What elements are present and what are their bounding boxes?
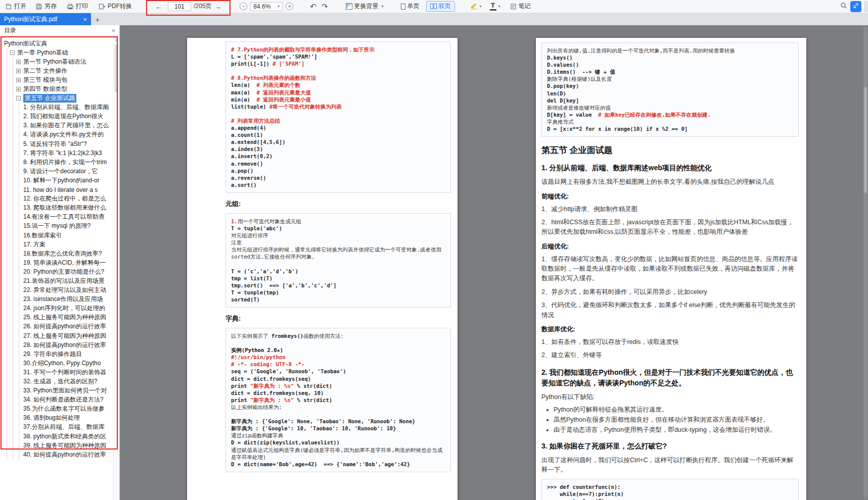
paragraph: Python有以下缺陷: bbox=[541, 392, 799, 402]
sidebar-header: 目录 × bbox=[0, 25, 119, 36]
code-section-label: 元组: bbox=[225, 199, 451, 209]
toc-question-item[interactable]: 18.数据库怎么优化查询效率? bbox=[19, 249, 113, 258]
code-line: T = tuple('abc') bbox=[231, 225, 445, 232]
expand-icon[interactable]: + bbox=[16, 60, 21, 64]
scroll-up-icon[interactable]: ▲ bbox=[114, 36, 119, 41]
toc-question-item[interactable]: 37.分别从前端、后端、数据库 bbox=[19, 423, 113, 432]
expand-icon[interactable]: + bbox=[16, 69, 21, 73]
toc-question-item[interactable]: 4. 请谈谈.pyc文件和.py文件的 bbox=[19, 130, 113, 139]
pdf-convert-button[interactable]: PDF转换 bbox=[95, 0, 135, 13]
toc-root-item[interactable]: Python面试宝典 bbox=[4, 39, 113, 48]
toc-question-item[interactable]: 23. isinstance作用以及应用场 bbox=[19, 295, 113, 304]
zoom-out-button[interactable]: − bbox=[240, 3, 247, 10]
toc-question-item[interactable]: 35.为什么函数名字可以当做参 bbox=[19, 405, 113, 414]
note-icon bbox=[510, 3, 517, 10]
search-button[interactable] bbox=[840, 2, 848, 11]
toc-question-item[interactable]: 26. 如何提高python的运行效率 bbox=[19, 322, 113, 331]
code-line: D = dict(zip(keyslist,valueslist)) bbox=[231, 439, 445, 446]
toc-question-item[interactable]: 9. 请设计一个decorator，它 bbox=[19, 167, 113, 176]
toc-question-item[interactable]: 15.说一下 mysql 的原理? bbox=[19, 222, 113, 231]
content-scrollbar-thumb[interactable] bbox=[864, 87, 867, 193]
new-tab-button[interactable]: + bbox=[91, 13, 104, 25]
pdf-page-right: 列出所有的键,值.注意得到的是一个可迭代对象,而不是列表.用的时候需要转换D.k… bbox=[536, 38, 806, 500]
toc-question-item[interactable]: 2. 我们都知道现在Python很火 bbox=[19, 112, 113, 121]
code-line: a.reverse() bbox=[231, 174, 445, 181]
toc-section-item[interactable]: +第四节 数据类型 bbox=[13, 84, 113, 93]
notes-button[interactable]: 笔记 bbox=[507, 0, 534, 13]
link-button[interactable] bbox=[850, 1, 861, 12]
toc-question-item[interactable]: 34. 如何判断是函数还是方法? bbox=[19, 395, 113, 405]
zoom-in-button[interactable]: + bbox=[286, 3, 293, 10]
collapse-icon[interactable]: - bbox=[16, 96, 21, 101]
code-line: >>> def counterfunc(n): bbox=[547, 483, 793, 490]
toc-question-item[interactable]: 19. 简单谈谈ACID, 并解释每一 bbox=[19, 258, 113, 267]
toc-question-item[interactable]: 13. 爬取这些数据都用来做什么 bbox=[19, 204, 113, 213]
toc-question-item[interactable]: 38. python新式类和经典类的区 bbox=[19, 432, 113, 441]
expand-icon[interactable]: + bbox=[16, 78, 21, 82]
code-line: 列出所有的键,值.注意得到的是一个可迭代对象,而不是列表.用的时候需要转换 bbox=[547, 47, 793, 54]
toc-question-item[interactable]: 1. 分别从前端、后端、数据库阐 bbox=[19, 103, 113, 112]
toc-question-item[interactable]: 17. 方案 bbox=[19, 240, 113, 249]
sidebar-scrollbar[interactable]: ▲ bbox=[113, 36, 119, 500]
toc-question-item[interactable]: 22. 异常处理写法以及如何主动 bbox=[19, 286, 113, 295]
toc-section-label: 第三节 模块与包 bbox=[23, 76, 67, 84]
highlighter-icon bbox=[470, 2, 478, 11]
prev-page-button[interactable]: ← bbox=[152, 3, 165, 11]
toc-question-item[interactable]: 8. 利用切片操作，实现一个trim bbox=[19, 158, 113, 167]
chevron-down-icon: ▾ bbox=[498, 4, 500, 9]
code-line bbox=[231, 339, 445, 346]
zoom-level-select[interactable]: 84.6% ▾ bbox=[250, 2, 283, 11]
open-button[interactable]: 打开 bbox=[2, 0, 29, 13]
content-scrollbar[interactable] bbox=[863, 26, 867, 499]
tab-close-button[interactable]: × bbox=[83, 16, 87, 23]
print-button[interactable]: 打印 bbox=[64, 0, 91, 13]
toc-section-item[interactable]: -第五节 企业面试题 bbox=[13, 94, 113, 103]
next-page-button[interactable]: → bbox=[211, 3, 224, 11]
undo-button[interactable]: ↶ bbox=[307, 0, 319, 13]
toc-question-item[interactable]: 5. 请反转字符串 "aStr"? bbox=[19, 139, 113, 148]
change-background-button[interactable]: 更换背景 ▾ bbox=[343, 0, 387, 13]
toc-question-item[interactable]: 16.数据库索引 bbox=[19, 231, 113, 240]
toc-question-item[interactable]: 36. 遇到bug如何处理 bbox=[19, 414, 113, 423]
text-tool-button[interactable]: T ▾ bbox=[487, 0, 503, 13]
redo-button[interactable]: ↷ bbox=[319, 0, 331, 13]
toc-question-item[interactable]: 32. 生成器，迭代器的区别? bbox=[19, 377, 113, 386]
toc-question-item[interactable]: 20. Python的主要功能是什么? bbox=[19, 267, 113, 276]
toc-chapter-item[interactable]: - 第一章 Python基础 bbox=[7, 48, 113, 57]
toc-question-item[interactable]: 3. 如果你困在了死循环里，怎么 bbox=[19, 121, 113, 130]
double-page-button[interactable]: 双页 bbox=[426, 1, 455, 12]
toc-section-item[interactable]: +第一节 Python基础语法 bbox=[13, 57, 113, 66]
clipped-toolbar-icon[interactable] bbox=[864, 1, 868, 12]
toc-question-item[interactable]: 24. json序列化时，可以处理的 bbox=[19, 304, 113, 313]
highlighter-button[interactable]: ▾ bbox=[467, 0, 484, 13]
collapse-icon[interactable]: - bbox=[10, 51, 15, 55]
toc-question-item[interactable]: 33. Python里面如何拷贝一个对 bbox=[19, 386, 113, 395]
paragraph-bold: 数据库优化: bbox=[541, 325, 799, 334]
document-tab[interactable]: Python面试宝典.pdf × bbox=[0, 13, 91, 25]
page-number-input[interactable] bbox=[168, 2, 191, 11]
toc-question-item[interactable]: 40. 如何提高python的运行效率 bbox=[19, 450, 113, 459]
sidebar-close-button[interactable]: × bbox=[111, 27, 115, 34]
toc-question-item[interactable]: 11. how do I iterate over a s bbox=[19, 185, 113, 194]
single-page-button[interactable]: 单页 bbox=[397, 1, 424, 12]
toc-section-item[interactable]: +第三节 模块与包 bbox=[13, 75, 113, 84]
pdf-reader-window: 打开 另存 打印 PDF转换 ← /205页 → − 84.6% ▾ bbox=[0, 0, 868, 500]
toc-question-item[interactable]: 39. 线上服务可能因为种种原因 bbox=[19, 441, 113, 450]
toc-section-label: 第二节 文件操作 bbox=[23, 67, 67, 75]
toc-question-item[interactable]: 31. 手写一个判断时间的装饰器 bbox=[19, 368, 113, 377]
print-icon bbox=[67, 3, 74, 10]
toc-question-item[interactable]: 14.有没有一个工具可以帮助查 bbox=[19, 213, 113, 222]
expand-icon[interactable]: + bbox=[16, 87, 21, 91]
toc-section-item[interactable]: +第二节 文件操作 bbox=[13, 66, 113, 75]
toc-question-item[interactable]: 7. 将字符串 "k:1 |k1:2|k2:3|k3 bbox=[19, 148, 113, 158]
toc-question-item[interactable]: 21.装饰器的写法以及应用场景 bbox=[19, 276, 113, 285]
toc-question-item[interactable]: 28. 如何提高python的运行效率 bbox=[19, 340, 113, 349]
toc-question-item[interactable]: 29. 字符串的操作题目 bbox=[19, 349, 113, 359]
save-as-button[interactable]: 另存 bbox=[32, 0, 60, 13]
toc-question-item[interactable]: 12. 你在爬虫过程中，都是怎么 bbox=[19, 194, 113, 204]
toc-question-item[interactable]: 30.介绍Cython, Pypy Cpytho bbox=[19, 359, 113, 368]
toc-question-item[interactable]: 27. 线上服务可能因为种种原因 bbox=[19, 331, 113, 340]
scrollbar-thumb[interactable] bbox=[115, 44, 118, 92]
toc-question-item[interactable]: 10. 解释一下python的and-or bbox=[19, 176, 113, 185]
toc-question-item[interactable]: 25. 线上服务可能因为种种原因 bbox=[19, 313, 113, 322]
